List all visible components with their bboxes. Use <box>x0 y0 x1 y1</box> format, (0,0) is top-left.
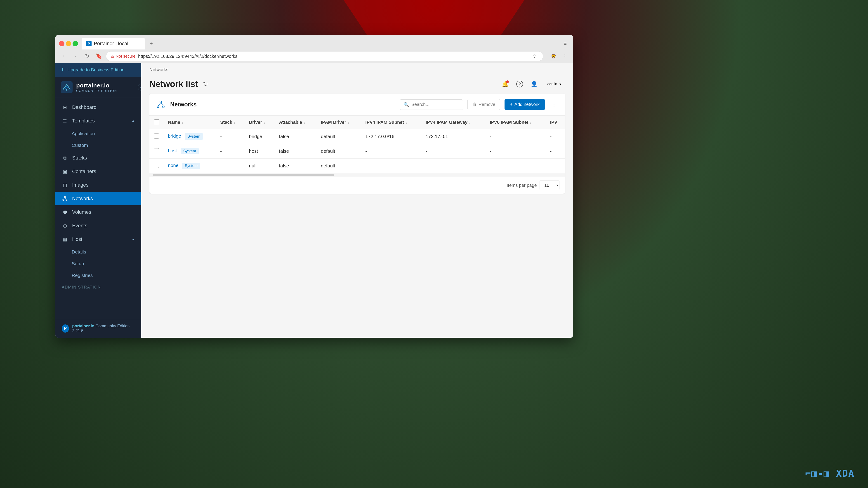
cell-ipv4-subnet-none: - <box>361 159 421 173</box>
svg-point-2 <box>64 196 66 198</box>
address-bar[interactable]: ⚠ Not secure https://192.168.29.124:9443… <box>106 51 543 61</box>
select-all-checkbox[interactable] <box>154 119 159 124</box>
sidebar-item-details[interactable]: Details <box>55 246 141 258</box>
sidebar-item-dashboard[interactable]: ⊞ Dashboard <box>55 101 141 114</box>
col-header-stack[interactable]: Stack↕ <box>216 116 244 129</box>
footer-brand: portainer.io <box>72 324 94 328</box>
help-icon: ? <box>516 80 523 88</box>
cell-ipam-driver-bridge: default <box>316 129 361 144</box>
row-checkbox-cell-host <box>149 144 163 159</box>
sidebar-item-host[interactable]: ▦ Host ▲ <box>55 232 141 246</box>
row-checkbox-cell-bridge <box>149 129 163 144</box>
network-link-none[interactable]: none <box>168 163 179 168</box>
upgrade-banner[interactable]: ⬆ Upgrade to Business Edition <box>55 63 141 77</box>
sidebar-brand: portainer.io COMMUNITY EDITION « <box>55 77 141 98</box>
system-badge-bridge: System <box>185 133 203 140</box>
remove-btn-label: Remove <box>478 102 495 107</box>
new-tab-btn[interactable]: + <box>147 39 156 48</box>
bookmark-btn[interactable]: 🔖 <box>94 52 103 61</box>
back-btn[interactable]: ‹ <box>59 52 68 61</box>
window-maximize-btn[interactable]: + <box>72 41 78 46</box>
tab-close-btn[interactable]: × <box>136 41 141 46</box>
svg-point-8 <box>160 101 162 103</box>
row-checkbox-bridge[interactable] <box>154 133 159 138</box>
col-header-ipv4-gateway[interactable]: IPV4 IPAM Gateway↕ <box>421 116 485 129</box>
sidebar-item-containers[interactable]: ▣ Containers <box>55 165 141 178</box>
cell-ipv4-gateway-bridge: 172.17.0.1 <box>421 129 485 144</box>
sidebar-item-templates[interactable]: ☰ Templates ▲ <box>55 114 141 128</box>
window-minimize-btn[interactable]: − <box>66 41 71 46</box>
cell-stack-none: - <box>216 159 244 173</box>
browser-menu-btn[interactable]: ⋮ <box>560 52 569 61</box>
panel-title: Networks <box>170 101 395 108</box>
networks-icon <box>62 195 68 202</box>
network-link-bridge[interactable]: bridge <box>168 133 181 138</box>
sidebar-item-custom[interactable]: Custom <box>55 139 141 151</box>
share-btn[interactable]: ⇧ <box>530 52 538 60</box>
network-link-host[interactable]: host <box>168 148 177 153</box>
search-input[interactable] <box>411 102 469 107</box>
sidebar-subitem-label-custom: Custom <box>72 142 88 148</box>
browser-tab-portainer[interactable]: P Portainer | local × <box>82 38 145 50</box>
col-header-name[interactable]: Name↓ <box>163 116 216 129</box>
forward-btn[interactable]: › <box>71 52 80 61</box>
cell-ipam-driver-host: default <box>316 144 361 159</box>
sidebar-item-label-volumes: Volumes <box>72 209 135 215</box>
row-checkbox-cell-none <box>149 159 163 173</box>
sidebar-item-setup[interactable]: Setup <box>55 258 141 269</box>
cell-stack-host: - <box>216 144 244 159</box>
main-content: Networks Network list ↻ 🔔 ? <box>141 63 573 338</box>
sidebar-item-networks[interactable]: Networks <box>55 192 141 205</box>
sidebar-item-label-events: Events <box>72 223 135 229</box>
row-checkbox-host[interactable] <box>154 148 159 153</box>
sidebar-item-images[interactable]: ◫ Images <box>55 178 141 192</box>
user-menu[interactable]: admin ▾ <box>544 80 565 88</box>
table-horizontal-scrollbar[interactable] <box>149 173 565 177</box>
refresh-btn[interactable]: ↻ <box>83 52 92 61</box>
cell-ipv4-subnet-host: - <box>361 144 421 159</box>
add-network-btn[interactable]: + Add network <box>504 99 545 110</box>
templates-icon: ☰ <box>62 118 68 124</box>
page-refresh-btn[interactable]: ↻ <box>202 79 209 89</box>
cell-attachable-host: false <box>274 144 316 159</box>
sidebar-item-label-networks: Networks <box>72 196 135 201</box>
col-header-driver[interactable]: Driver↕ <box>245 116 275 129</box>
footer-text: portainer.io Community Edition 2.21.5 <box>72 324 135 333</box>
user-icon-btn[interactable]: 👤 <box>529 79 539 89</box>
address-url: https://192.168.29.124:9443/#!/2/docker/… <box>138 54 528 59</box>
col-header-ipv4-subnet[interactable]: IPV4 IPAM Subnet↕ <box>361 116 421 129</box>
sidebar-item-volumes[interactable]: ⬢ Volumes <box>55 205 141 219</box>
notification-btn[interactable]: 🔔 <box>500 79 510 89</box>
col-header-ipam-driver[interactable]: IPAM Driver↕ <box>316 116 361 129</box>
panel-more-btn[interactable]: ⋮ <box>550 100 559 109</box>
col-header-ipv6-subnet[interactable]: IPV6 IPAM Subnet↕ <box>485 116 546 129</box>
add-network-btn-label: Add network <box>515 102 539 107</box>
sidebar-item-events[interactable]: ◷ Events <box>55 219 141 232</box>
window-close-btn[interactable]: × <box>59 41 64 46</box>
help-btn[interactable]: ? <box>515 79 525 89</box>
remove-btn[interactable]: 🗑 Remove <box>467 99 500 110</box>
svg-line-5 <box>63 198 65 199</box>
row-checkbox-none[interactable] <box>154 163 159 168</box>
per-page-select[interactable]: 10 25 50 100 <box>539 181 559 190</box>
cell-driver-bridge: bridge <box>245 129 275 144</box>
sidebar-item-application[interactable]: Application <box>55 128 141 139</box>
user-menu-chevron-icon: ▾ <box>559 82 561 86</box>
sidebar-item-registries[interactable]: Registries <box>55 269 141 281</box>
svg-rect-0 <box>61 81 72 93</box>
panel-icon <box>156 100 166 109</box>
add-network-icon: + <box>510 102 513 107</box>
search-box[interactable]: 🔍 × <box>400 99 463 110</box>
sidebar-subitem-label-setup: Setup <box>72 261 84 266</box>
browser-settings-icon[interactable]: ≡ <box>561 39 569 48</box>
administration-section-label: Administration <box>55 281 141 291</box>
items-per-page: Items per page 10 25 50 100 <box>507 181 559 190</box>
browser-extension-btn[interactable]: 🦁 <box>550 52 558 60</box>
col-header-attachable[interactable]: Attachable↕ <box>274 116 316 129</box>
brand-text: portainer.io COMMUNITY EDITION <box>76 82 117 93</box>
sidebar-collapse-btn[interactable]: « <box>138 84 141 91</box>
svg-point-1 <box>66 89 67 91</box>
host-submenu: Details Setup Registries <box>55 246 141 281</box>
col-header-ipv6[interactable]: IPV <box>546 116 565 129</box>
sidebar-item-stacks[interactable]: ⧉ Stacks <box>55 151 141 165</box>
